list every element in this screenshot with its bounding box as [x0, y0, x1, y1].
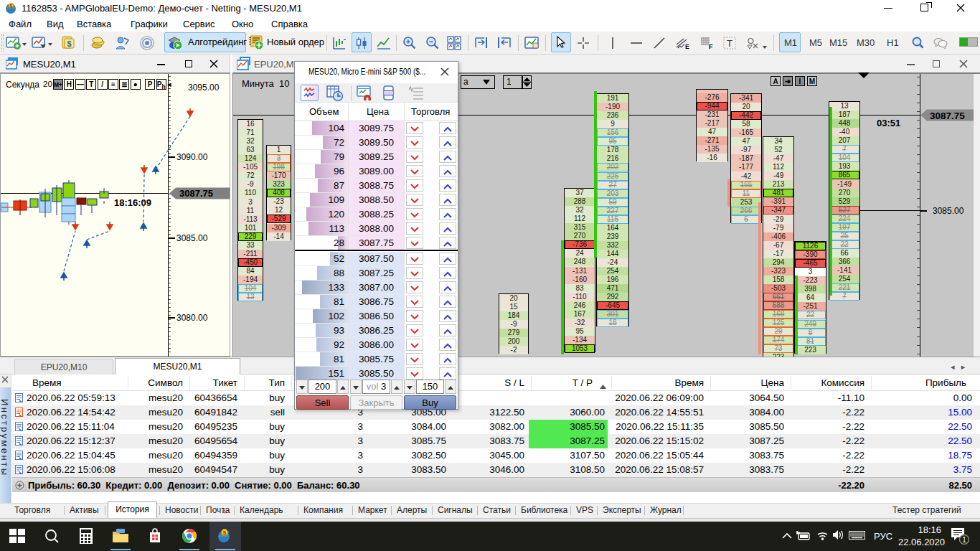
svg-text:3087.75: 3087.75: [179, 188, 213, 199]
svg-text:E: E: [685, 43, 689, 50]
svg-text:3087.75: 3087.75: [930, 110, 965, 121]
svg-text:F: F: [709, 43, 713, 50]
svg-text:$: $: [10, 4, 13, 9]
svg-text:T: T: [727, 38, 732, 49]
svg-text:$: $: [67, 39, 71, 48]
svg-text:$: $: [223, 529, 227, 536]
svg-text:1: 1: [962, 536, 966, 544]
